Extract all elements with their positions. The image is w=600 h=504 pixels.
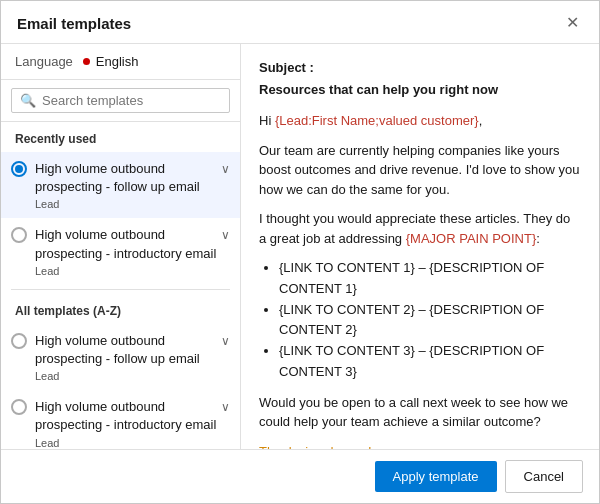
dialog-title: Email templates <box>17 15 131 32</box>
template-list: Recently used High volume outbound prosp… <box>1 122 240 449</box>
link-item-2: {LINK TO CONTENT 2} – {DESCRIPTION OF CO… <box>279 300 581 342</box>
recently-used-label: Recently used <box>1 122 240 152</box>
recently-used-item-1[interactable]: High volume outbound prospecting - follo… <box>1 152 240 218</box>
left-panel: Language English 🔍 Recently used <box>1 44 241 449</box>
template-name-all-1: High volume outbound prospecting - follo… <box>35 332 217 368</box>
all-templates-item-2[interactable]: High volume outbound prospecting - intro… <box>1 390 240 449</box>
content-links: {LINK TO CONTENT 1} – {DESCRIPTION OF CO… <box>279 258 581 383</box>
all-templates-label: All templates (A-Z) <box>1 294 240 324</box>
dialog-body: Language English 🔍 Recently used <box>1 44 599 449</box>
radio-all-1 <box>11 333 27 349</box>
radio-inner-1 <box>15 165 23 173</box>
close-button[interactable]: ✕ <box>562 13 583 33</box>
dialog-footer: Apply template Cancel <box>1 449 599 503</box>
template-name-all-2: High volume outbound prospecting - intro… <box>35 398 217 434</box>
thanks-text: Thanks in advance! <box>259 442 581 449</box>
chevron-icon-all-2: ∨ <box>221 400 230 414</box>
para1: Our team are currently helping companies… <box>259 141 581 200</box>
para2: I thought you would appreciate these art… <box>259 209 581 248</box>
chevron-icon-1: ∨ <box>221 162 230 176</box>
cancel-button[interactable]: Cancel <box>505 460 583 493</box>
radio-all-2 <box>11 399 27 415</box>
subject-label: Subject : <box>259 58 581 78</box>
template-tag-2: Lead <box>35 265 217 277</box>
template-info-2: High volume outbound prospecting - intro… <box>35 226 217 276</box>
pain-point-field: {MAJOR PAIN POINT} <box>406 231 537 246</box>
right-panel: Subject : Resources that can help you ri… <box>241 44 599 449</box>
chevron-icon-all-1: ∨ <box>221 334 230 348</box>
language-row: Language English <box>1 44 240 80</box>
language-value: English <box>96 54 139 69</box>
apply-template-button[interactable]: Apply template <box>375 461 497 492</box>
template-tag-all-2: Lead <box>35 437 217 449</box>
email-templates-dialog: Email templates ✕ Language English 🔍 <box>0 0 600 504</box>
template-name-1: High volume outbound prospecting - follo… <box>35 160 217 196</box>
greeting-field: {Lead:First Name;valued customer} <box>275 113 479 128</box>
link-item-1: {LINK TO CONTENT 1} – {DESCRIPTION OF CO… <box>279 258 581 300</box>
all-templates-item-1[interactable]: High volume outbound prospecting - follo… <box>1 324 240 390</box>
email-preview: Subject : Resources that can help you ri… <box>259 58 581 449</box>
dialog-header: Email templates ✕ <box>1 1 599 44</box>
greeting: Hi {Lead:First Name;valued customer}, <box>259 111 581 131</box>
template-tag-all-1: Lead <box>35 370 217 382</box>
search-row: 🔍 <box>1 80 240 122</box>
template-info-all-2: High volume outbound prospecting - intro… <box>35 398 217 448</box>
template-name-2: High volume outbound prospecting - intro… <box>35 226 217 262</box>
template-tag-1: Lead <box>35 198 217 210</box>
para3: Would you be open to a call next week to… <box>259 393 581 432</box>
recently-used-item-2[interactable]: High volume outbound prospecting - intro… <box>1 218 240 284</box>
subject-value: Resources that can help you right now <box>259 80 581 100</box>
radio-selected-1 <box>11 161 27 177</box>
chevron-icon-2: ∨ <box>221 228 230 242</box>
search-input[interactable] <box>42 93 221 108</box>
link-item-3: {LINK TO CONTENT 3} – {DESCRIPTION OF CO… <box>279 341 581 383</box>
search-box: 🔍 <box>11 88 230 113</box>
language-label: Language <box>15 54 73 69</box>
template-info-1: High volume outbound prospecting - follo… <box>35 160 217 210</box>
language-required-dot <box>83 58 90 65</box>
radio-2 <box>11 227 27 243</box>
search-icon: 🔍 <box>20 93 36 108</box>
template-info-all-1: High volume outbound prospecting - follo… <box>35 332 217 382</box>
divider <box>11 289 230 290</box>
